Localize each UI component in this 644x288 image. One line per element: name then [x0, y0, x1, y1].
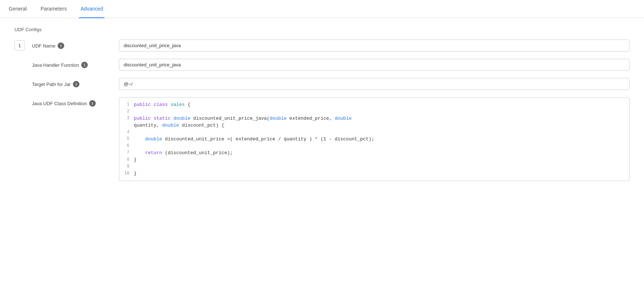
code-line-3b: quantity, double discount_pct) { [119, 122, 629, 129]
java-udf-class-info-icon[interactable]: i [89, 100, 96, 107]
code-line-9: 9 [119, 163, 629, 170]
tab-advanced[interactable]: Advanced [79, 0, 104, 18]
section-title: UDF Configs [15, 27, 629, 32]
target-path-input[interactable] [119, 78, 629, 90]
tabs-container: General Parameters Advanced [0, 0, 644, 18]
code-line-10: 10 } [119, 170, 629, 177]
code-line-7: 7 return (discounted_unit_price); [119, 149, 629, 156]
java-handler-row: Java Handler Function i [32, 59, 629, 71]
java-udf-class-label: Java UDF Class Definition i [32, 97, 112, 107]
code-line-4: 4 [119, 129, 629, 136]
code-line-8: 8 } [119, 156, 629, 163]
step-badge: 1 [15, 40, 25, 50]
form-section: 1 UDF Name i Java Handler Function i [15, 40, 629, 188]
code-line-6: 6 [119, 143, 629, 149]
java-handler-label: Java Handler Function i [32, 59, 112, 68]
code-editor[interactable]: 1 public class sales { 2 3 public static… [119, 97, 629, 181]
tab-general[interactable]: General [7, 0, 28, 18]
code-line-1: 1 public class sales { [119, 101, 629, 108]
java-handler-info-icon[interactable]: i [81, 62, 88, 68]
java-handler-input[interactable] [119, 59, 629, 71]
tab-parameters[interactable]: Parameters [39, 0, 68, 18]
udf-name-input[interactable] [119, 40, 629, 52]
code-line-2: 2 [119, 108, 629, 115]
target-path-label: Target Path for Jar i [32, 78, 112, 87]
content-area: UDF Configs 1 UDF Name i Java Handler Fu… [0, 18, 644, 199]
udf-name-label: UDF Name i [32, 40, 112, 49]
java-udf-class-row: Java UDF Class Definition i 1 public cla… [32, 97, 629, 181]
code-line-5: 5 double discounted_unit_price =( extend… [119, 136, 629, 143]
udf-name-row: UDF Name i [32, 40, 629, 52]
code-line-3: 3 public static double discounted_unit_p… [119, 115, 629, 122]
target-path-info-icon[interactable]: i [73, 81, 79, 87]
udf-name-info-icon[interactable]: i [58, 42, 64, 49]
form-rows: UDF Name i Java Handler Function i Targe… [32, 40, 629, 188]
target-path-row: Target Path for Jar i [32, 78, 629, 90]
